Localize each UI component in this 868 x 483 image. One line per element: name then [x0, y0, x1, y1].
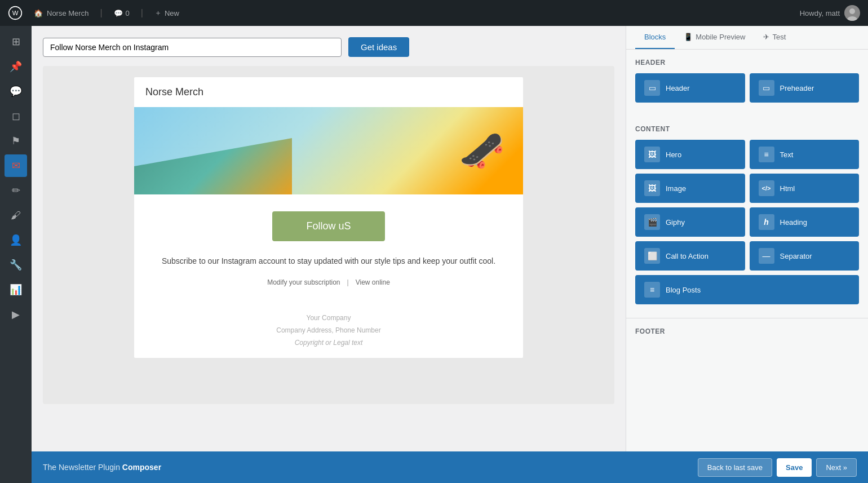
email-body: Follow uS Subscribe to our Instagram acc…	[134, 194, 523, 303]
image-block-icon: 🖼	[644, 180, 660, 196]
wp-logo-icon: W	[8, 6, 23, 20]
footer-section-title: Footer	[635, 327, 859, 335]
content-blocks-section: Content 🖼 Hero ≡ Text 🖼 Image	[626, 116, 868, 318]
tab-mobile-preview[interactable]: 📱 Mobile Preview	[675, 26, 754, 49]
svg-point-3	[849, 8, 855, 14]
image-block-button[interactable]: 🖼 Image	[635, 174, 745, 203]
sidebar-item-design[interactable]: 🖌	[5, 204, 27, 227]
hero-block-icon: 🖼	[644, 147, 660, 162]
ramp-decoration	[134, 138, 292, 194]
sidebar-item-comments[interactable]: 💬	[5, 80, 27, 103]
sidebar-item-mail[interactable]: ✉	[5, 154, 27, 177]
avatar[interactable]	[844, 5, 860, 21]
sidebar-item-pages[interactable]: ◻	[5, 105, 27, 127]
call-to-action-block-button[interactable]: ⬜ Call to Action	[635, 241, 745, 271]
header-blocks-section: Header ▭ Header ▭ Preheader	[626, 50, 868, 116]
sidebar-item-analytics[interactable]: 📊	[5, 278, 27, 301]
email-description: Subscribe to our Instagram account to st…	[145, 255, 512, 267]
text-block-button[interactable]: ≡ Text	[750, 140, 860, 169]
bottom-actions: Back to last save Save Next »	[698, 458, 857, 477]
footer-blocks-section: Footer	[626, 318, 868, 351]
cta-block-icon: ⬜	[644, 248, 660, 264]
skater-icon: 🛹	[452, 122, 511, 180]
topbar-separator: |	[100, 8, 102, 18]
giphy-block-button[interactable]: 🎬 Giphy	[635, 207, 745, 237]
get-ideas-button[interactable]: Get ideas	[348, 37, 409, 57]
email-brand: Norse Merch	[134, 77, 523, 107]
sidebar-item-play[interactable]: ▶	[5, 303, 27, 326]
home-icon: 🏠	[34, 9, 43, 17]
email-hero-image: 🛹	[134, 107, 523, 194]
canvas-wrapper: Get ideas Norse Merch 🛹 Follow uS Subscr…	[32, 26, 626, 451]
separator-block-button[interactable]: — Separator	[750, 241, 860, 271]
bottom-label: The Newsletter Plugin Composer	[43, 463, 161, 472]
main-layout: ⊞ 📌 💬 ◻ ⚑ ✉ ✏ 🖌 👤 🔧 📊 ▶ Get ideas Norse	[0, 26, 868, 483]
header-block-icon: ▭	[644, 80, 660, 96]
giphy-block-icon: 🎬	[644, 214, 660, 230]
footer-address: Company Address, Phone Number	[143, 325, 514, 337]
plus-icon: ＋	[154, 8, 162, 18]
hero-block-button[interactable]: 🖼 Hero	[635, 140, 745, 169]
email-footer-links: Modify your subscription | View online	[145, 278, 512, 286]
next-button[interactable]: Next »	[816, 458, 857, 477]
email-preview-container: Norse Merch 🛹 Follow uS Subscribe to our…	[43, 66, 614, 404]
content-blocks-grid: 🖼 Hero ≡ Text 🖼 Image </>	[635, 140, 859, 304]
content-area: Get ideas Norse Merch 🛹 Follow uS Subscr…	[32, 26, 868, 483]
sidebar: ⊞ 📌 💬 ◻ ⚑ ✉ ✏ 🖌 👤 🔧 📊 ▶	[0, 26, 32, 483]
canvas-toolbar: Get ideas	[43, 37, 614, 57]
sidebar-item-users[interactable]: 👤	[5, 229, 27, 251]
editor-area: Get ideas Norse Merch 🛹 Follow uS Subscr…	[32, 26, 868, 451]
blog-posts-block-icon: ≡	[644, 282, 660, 298]
bottom-bar: The Newsletter Plugin Composer Back to l…	[32, 451, 868, 483]
tab-blocks[interactable]: Blocks	[635, 26, 675, 49]
preheader-block-icon: ▭	[759, 80, 774, 96]
text-block-icon: ≡	[759, 147, 774, 162]
site-link[interactable]: 🏠 Norse Merch	[34, 9, 88, 17]
sidebar-item-pin[interactable]: 📌	[5, 55, 27, 78]
follow-button[interactable]: Follow uS	[272, 211, 384, 241]
sidebar-item-dashboard[interactable]: ⊞	[5, 30, 27, 53]
tab-test[interactable]: ✈ Test	[754, 26, 795, 49]
topbar: W 🏠 Norse Merch | 💬 0 | ＋ New Howdy, mat…	[0, 0, 868, 26]
svg-text:W: W	[12, 10, 19, 16]
send-icon: ✈	[763, 33, 769, 41]
footer-legal: Copyright or Legal text	[295, 339, 363, 347]
email-footer-info: Your Company Company Address, Phone Numb…	[134, 303, 523, 358]
new-link[interactable]: ＋ New	[154, 8, 179, 18]
panel-tabs: Blocks 📱 Mobile Preview ✈ Test	[626, 26, 868, 50]
topbar-right: Howdy, matt	[800, 5, 860, 21]
sidebar-item-feedback[interactable]: ⚑	[5, 130, 27, 152]
email-card: Norse Merch 🛹 Follow uS Subscribe to our…	[134, 77, 523, 358]
modify-subscription-link[interactable]: Modify your subscription	[267, 278, 340, 286]
back-to-last-save-button[interactable]: Back to last save	[698, 458, 772, 477]
sidebar-item-edit[interactable]: ✏	[5, 179, 27, 202]
ideas-input[interactable]	[43, 38, 342, 57]
preheader-block-button[interactable]: ▭ Preheader	[750, 73, 860, 103]
mobile-icon: 📱	[684, 33, 693, 41]
header-block-button[interactable]: ▭ Header	[635, 73, 745, 103]
content-section-title: Content	[635, 125, 859, 133]
view-online-link[interactable]: View online	[356, 278, 390, 286]
heading-block-button[interactable]: h Heading	[750, 207, 860, 237]
topbar-separator2: |	[141, 8, 143, 18]
footer-company: Your Company	[143, 312, 514, 325]
comments-link[interactable]: 💬 0	[114, 9, 130, 17]
blog-posts-block-button[interactable]: ≡ Blog Posts	[635, 275, 859, 304]
link-separator: |	[347, 278, 349, 286]
heading-block-icon: h	[759, 214, 774, 230]
right-panel: Blocks 📱 Mobile Preview ✈ Test Header	[626, 26, 868, 451]
separator-block-icon: —	[759, 248, 774, 264]
sidebar-item-tools[interactable]: 🔧	[5, 254, 27, 276]
html-block-icon: </>	[759, 180, 774, 196]
header-blocks-grid: ▭ Header ▭ Preheader	[635, 73, 859, 103]
html-block-button[interactable]: </> Html	[750, 174, 860, 203]
comment-bubble-icon: 💬	[114, 9, 123, 17]
save-button[interactable]: Save	[777, 458, 812, 477]
header-section-title: Header	[635, 59, 859, 67]
